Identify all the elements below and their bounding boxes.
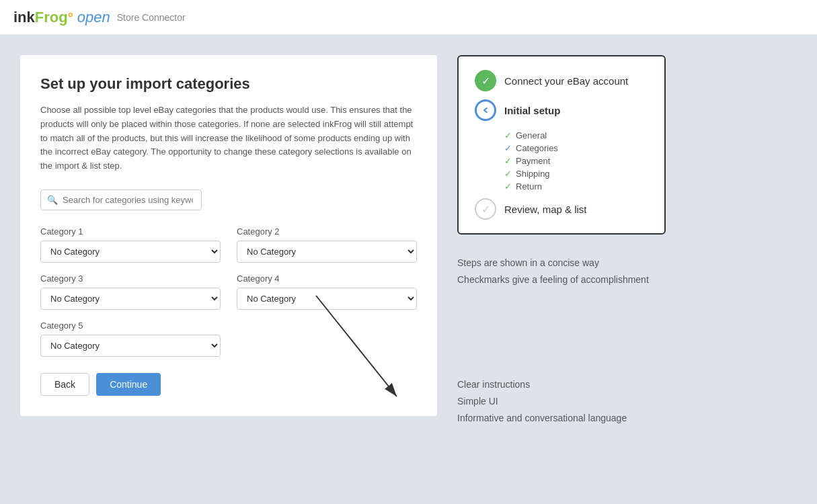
logo-open: open: [77, 9, 110, 26]
category-2-select[interactable]: No Category: [237, 241, 417, 263]
continue-button[interactable]: Continue: [96, 373, 161, 396]
sub-step-categories-label: Categories: [516, 143, 558, 153]
logo-ink: ink: [13, 9, 35, 26]
step-review: ✓ Review, map & list: [475, 198, 648, 220]
category-3-label: Category 3: [40, 274, 221, 284]
annotation-line-1: Steps are shown in a concise way: [457, 255, 797, 271]
category-2-label: Category 2: [237, 226, 417, 237]
sub-steps: ✓ General ✓ Categories ✓ Payment ✓ Shipp…: [504, 129, 648, 193]
sub-step-general-label: General: [516, 130, 547, 140]
category-5-label: Category 5: [40, 321, 221, 331]
sub-step-payment: ✓ Payment: [504, 155, 648, 167]
svg-line-1: [316, 296, 397, 396]
sub-step-return: ✓ Return: [504, 180, 648, 193]
category-1-select[interactable]: No Category: [40, 241, 221, 263]
sub-step-payment-check: ✓: [504, 156, 512, 166]
category-5-select[interactable]: No Category: [40, 335, 221, 357]
search-icon: 🔍: [47, 195, 58, 205]
sub-step-shipping-label: Shipping: [516, 169, 550, 179]
category-4-label: Category 4: [237, 274, 417, 284]
form-description: Choose all possible top level eBay categ…: [40, 103, 417, 173]
sub-step-categories: ✓ Categories: [504, 142, 648, 155]
logo: inkFrog° open: [13, 9, 110, 26]
form-title: Set up your import categories: [40, 75, 417, 93]
logo-dot: °: [68, 10, 73, 25]
bottom-annotation-1: Clear instructions: [457, 376, 627, 393]
right-section: ✓ Connect your eBay account Initial setu…: [457, 55, 797, 416]
category-5-field: Category 5 No Category: [40, 321, 221, 357]
category-3-select[interactable]: No Category: [40, 288, 221, 310]
step-connect-label: Connect your eBay account: [504, 75, 628, 87]
search-input[interactable]: [40, 190, 202, 210]
sub-step-shipping: ✓ Shipping: [504, 167, 648, 180]
bottom-annotation-3: Informative and conversational language: [457, 410, 627, 427]
step-initial-setup-icon: [475, 99, 496, 121]
arrow-annotation: [249, 289, 451, 425]
sub-step-shipping-check: ✓: [504, 169, 512, 179]
category-3-field: Category 3 No Category: [40, 274, 221, 310]
back-button[interactable]: Back: [40, 373, 89, 396]
top-right-annotation: Steps are shown in a concise way Checkma…: [457, 248, 797, 295]
annotation-line-2: Checkmarks give a feeling of accomplishm…: [457, 271, 797, 288]
step-initial-setup-label: Initial setup: [504, 105, 560, 116]
step-connect: ✓ Connect your eBay account: [475, 70, 648, 91]
sub-step-return-label: Return: [516, 181, 542, 192]
logo-frog: Frog: [35, 9, 68, 26]
sub-step-categories-check: ✓: [504, 143, 512, 153]
app-header: inkFrog° open Store Connector: [0, 0, 817, 35]
sub-step-return-check: ✓: [504, 181, 512, 192]
sub-step-general-check: ✓: [504, 130, 512, 140]
steps-panel: ✓ Connect your eBay account Initial setu…: [457, 55, 666, 235]
bottom-annotations: Clear instructions Simple UI Informative…: [457, 376, 627, 427]
step-review-label: Review, map & list: [504, 204, 587, 215]
step-review-icon: ✓: [475, 198, 496, 220]
category-2-field: Category 2 No Category: [237, 226, 417, 263]
header-subtitle: Store Connector: [117, 12, 186, 23]
step-initial-setup: Initial setup: [475, 99, 648, 121]
sub-step-general: ✓ General: [504, 129, 648, 142]
sub-step-payment-label: Payment: [516, 156, 550, 166]
category-1-label: Category 1: [40, 226, 221, 237]
step-connect-icon: ✓: [475, 70, 496, 91]
bottom-annotation-2: Simple UI: [457, 393, 627, 410]
category-1-field: Category 1 No Category: [40, 226, 221, 263]
search-wrapper: 🔍: [40, 190, 417, 210]
